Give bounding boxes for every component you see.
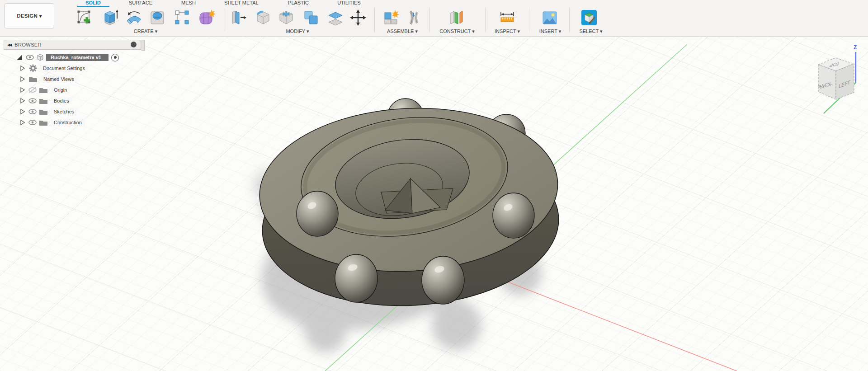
measure-icon[interactable] xyxy=(498,9,516,27)
view-cube[interactable]: Z TOP BACK LEFT xyxy=(813,43,866,120)
expand-arrow-icon[interactable] xyxy=(20,76,25,82)
toolbar-separator xyxy=(485,8,486,32)
toolbar-separator xyxy=(225,8,225,32)
joint-icon[interactable] xyxy=(405,9,423,27)
tree-row-document-settings[interactable]: Document Settings xyxy=(20,63,88,73)
tree-item-label[interactable]: Origin xyxy=(51,86,70,94)
group-label-create[interactable]: CREATE ▾ xyxy=(134,28,157,34)
rectangular-pattern-icon[interactable] xyxy=(173,9,191,27)
extrude-icon[interactable] xyxy=(101,9,119,27)
construct-plane-icon[interactable] xyxy=(448,9,466,27)
tree-item-label[interactable]: Named Views xyxy=(40,75,77,83)
folder-icon xyxy=(39,97,48,104)
collapse-tree-icon[interactable]: − xyxy=(131,42,137,47)
folder-icon xyxy=(39,86,48,94)
toolbar-separator xyxy=(529,8,529,32)
active-tab-underline xyxy=(77,6,109,7)
new-component-icon[interactable] xyxy=(382,9,400,27)
expand-arrow-icon[interactable] xyxy=(20,119,25,126)
browser-header[interactable]: ◀◀ BROWSER − xyxy=(4,40,141,50)
revolve-icon[interactable] xyxy=(126,9,144,27)
browser-title: BROWSER xyxy=(14,42,42,47)
design-menu-button[interactable]: DESIGN ▾ xyxy=(5,3,54,28)
tree-item-label[interactable]: Bodies xyxy=(51,97,72,104)
toolbar-separator xyxy=(569,8,570,32)
toolbar-separator xyxy=(374,8,375,32)
collapse-panel-icon[interactable]: ◀◀ xyxy=(7,43,11,47)
shell-icon[interactable] xyxy=(277,9,295,27)
create-sketch-icon[interactable] xyxy=(76,9,94,27)
folder-icon xyxy=(39,119,48,126)
tab-utilities[interactable]: UTILITIES xyxy=(337,0,360,6)
toolbar: DESIGN ▾ SOLID SURFACE MESH SHEET METAL … xyxy=(0,0,868,37)
eye-visible-icon[interactable] xyxy=(28,108,37,115)
folder-icon xyxy=(28,75,38,83)
tree-row-named-views[interactable]: Named Views xyxy=(20,74,77,84)
create-form-icon[interactable] xyxy=(198,9,216,27)
browser-panel: ◀◀ BROWSER − Ruchka_rotametra v1 xyxy=(4,40,145,50)
tab-surface[interactable]: SURFACE xyxy=(129,0,152,6)
fillet-icon[interactable] xyxy=(254,9,272,27)
expand-arrow-icon[interactable] xyxy=(20,108,25,115)
expand-triangle-icon[interactable] xyxy=(16,54,23,61)
eye-visible-icon[interactable] xyxy=(25,54,34,61)
folder-icon xyxy=(39,108,48,115)
activate-component-radio[interactable] xyxy=(111,54,119,61)
tree-row-origin[interactable]: Origin xyxy=(20,85,70,95)
tree-item-label[interactable]: Document Settings xyxy=(40,65,88,72)
tab-sheet-metal[interactable]: SHEET METAL xyxy=(224,0,258,6)
viewcube-z-label: Z xyxy=(854,44,857,51)
eye-visible-icon[interactable] xyxy=(28,98,37,104)
eye-visible-icon[interactable] xyxy=(28,119,37,126)
component-cube-icon xyxy=(36,53,44,61)
expand-arrow-icon[interactable] xyxy=(20,98,25,104)
group-label-modify[interactable]: MODIFY ▾ xyxy=(286,28,309,34)
group-label-inspect[interactable]: INSPECT ▾ xyxy=(495,28,520,34)
tree-item-label[interactable]: Sketches xyxy=(51,108,77,115)
group-label-construct[interactable]: CONSTRUCT ▾ xyxy=(439,28,474,34)
expand-arrow-icon[interactable] xyxy=(20,65,25,71)
expand-arrow-icon[interactable] xyxy=(20,87,25,93)
tree-row-construction[interactable]: Construction xyxy=(20,117,85,127)
tree-item-label[interactable]: Construction xyxy=(51,119,85,126)
select-icon[interactable] xyxy=(580,9,598,27)
offset-face-icon[interactable] xyxy=(326,9,344,27)
tree-row-bodies[interactable]: Bodies xyxy=(20,96,72,106)
toolbar-separator xyxy=(429,8,430,32)
tree-row-sketches[interactable]: Sketches xyxy=(20,107,77,117)
group-label-insert[interactable]: INSERT ▾ xyxy=(539,28,561,34)
tree-row-root-component[interactable]: Ruchka_rotametra v1 xyxy=(16,52,119,62)
tab-plastic[interactable]: PLASTIC xyxy=(288,0,309,6)
insert-canvas-icon[interactable] xyxy=(541,9,559,27)
model-ruchka-rotametra[interactable] xyxy=(0,36,868,371)
move-copy-icon[interactable] xyxy=(349,9,367,27)
hole-icon[interactable] xyxy=(148,9,166,27)
tab-solid[interactable]: SOLID xyxy=(85,0,101,6)
combine-icon[interactable] xyxy=(302,9,320,27)
gear-icon xyxy=(29,64,37,72)
panel-resize-handle[interactable] xyxy=(142,40,145,51)
press-pull-icon[interactable] xyxy=(230,9,248,27)
group-label-assemble[interactable]: ASSEMBLE ▾ xyxy=(387,28,418,34)
root-component-label[interactable]: Ruchka_rotametra v1 xyxy=(46,54,108,61)
group-label-select[interactable]: SELECT ▾ xyxy=(579,28,602,34)
eye-hidden-icon[interactable] xyxy=(28,87,37,93)
viewport-canvas[interactable]: ◀◀ BROWSER − Ruchka_rotametra v1 xyxy=(0,36,868,371)
tab-mesh[interactable]: MESH xyxy=(181,0,196,6)
